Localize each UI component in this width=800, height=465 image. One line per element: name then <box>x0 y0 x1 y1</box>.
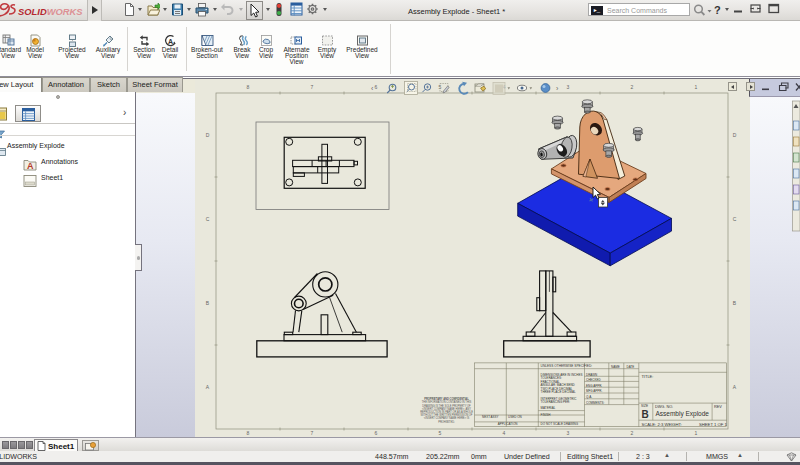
svg-text:1: 1 <box>695 430 698 436</box>
svg-text:2: 2 <box>631 84 634 90</box>
svg-text:6: 6 <box>375 430 378 436</box>
svg-text:PROHIBITED.: PROHIBITED. <box>438 420 455 424</box>
svg-text:3: 3 <box>567 430 570 436</box>
svg-text:Assembly Explode: Assembly Explode <box>656 410 710 418</box>
svg-text:ENG APPR.: ENG APPR. <box>586 384 602 388</box>
svg-text:SCALE: 2:3 WEIGHT:: SCALE: 2:3 WEIGHT: <box>641 422 682 427</box>
svg-text:B: B <box>733 300 737 306</box>
svg-text:FINISH: FINISH <box>541 413 551 417</box>
svg-text:C: C <box>733 216 737 222</box>
svg-text:A: A <box>206 384 210 390</box>
svg-text:SHEET 1 OF 1: SHEET 1 OF 1 <box>699 422 728 427</box>
svg-text:CHECKED: CHECKED <box>586 378 602 382</box>
svg-text:COMMENTS:: COMMENTS: <box>586 401 604 405</box>
svg-text:SIZE: SIZE <box>641 404 648 408</box>
svg-text:MFG APPR.: MFG APPR. <box>586 389 603 393</box>
svg-text:PROPRIETARY AND CONFIDENTIAL: PROPRIETARY AND CONFIDENTIAL <box>424 397 469 401</box>
svg-text:Q.A.: Q.A. <box>586 395 592 399</box>
svg-text:DATE: DATE <box>627 365 635 369</box>
svg-text:7: 7 <box>311 430 314 436</box>
svg-text:D: D <box>206 132 210 138</box>
svg-text:7: 7 <box>311 84 314 90</box>
svg-text:REV: REV <box>714 405 722 409</box>
svg-text:A: A <box>27 161 34 171</box>
svg-text:B: B <box>206 300 210 306</box>
svg-text:8: 8 <box>247 430 250 436</box>
svg-text:8: 8 <box>247 84 250 90</box>
svg-text:6: 6 <box>375 84 378 90</box>
svg-text:A: A <box>733 384 737 390</box>
svg-text:USED ON: USED ON <box>508 415 522 419</box>
svg-text:TOLERANCING PER:: TOLERANCING PER: <box>541 400 571 404</box>
svg-text:DWG. NO.: DWG. NO. <box>655 405 673 409</box>
svg-text:A: A <box>168 38 173 45</box>
svg-text:5: 5 <box>439 430 442 436</box>
svg-text:THREE PLACE DECIMAL: THREE PLACE DECIMAL <box>541 390 576 394</box>
svg-text:D: D <box>733 132 737 138</box>
svg-text:‹: ‹ <box>371 85 374 92</box>
svg-text:NEXT ASSY: NEXT ASSY <box>482 415 499 419</box>
svg-text:›: › <box>556 85 559 92</box>
svg-text:TITLE:: TITLE: <box>641 374 653 379</box>
svg-text:NAME: NAME <box>611 365 620 369</box>
svg-text:UNLESS OTHERWISE SPECIFIED:: UNLESS OTHERWISE SPECIFIED: <box>541 364 593 368</box>
svg-text:DO NOT SCALE DRAWING: DO NOT SCALE DRAWING <box>541 422 579 426</box>
svg-text:DRAWN: DRAWN <box>586 373 597 377</box>
svg-text:4: 4 <box>503 430 506 436</box>
svg-text:SOLIDWORKS: SOLIDWORKS <box>18 6 83 17</box>
svg-text:2: 2 <box>631 430 634 436</box>
svg-text:APPLICATION: APPLICATION <box>498 422 518 426</box>
svg-text:1: 1 <box>695 84 698 90</box>
svg-text:B: B <box>642 409 649 420</box>
svg-text:3: 3 <box>567 84 570 90</box>
svg-text:MATERIAL: MATERIAL <box>541 406 556 410</box>
svg-text:C: C <box>206 216 210 222</box>
